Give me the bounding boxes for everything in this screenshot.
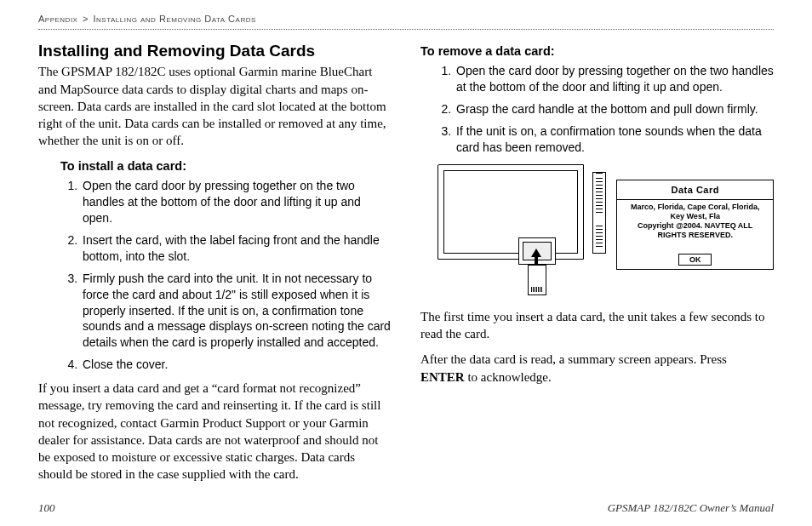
install-step: Open the card door by pressing together … bbox=[81, 178, 392, 226]
remove-step: If the unit is on, a confirmation tone s… bbox=[455, 123, 774, 156]
install-step: Insert the card, with the label facing f… bbox=[81, 232, 392, 265]
remove-steps: Open the card door by pressing together … bbox=[420, 63, 774, 155]
enter-key-label: ENTER bbox=[420, 370, 465, 384]
after-insert-paragraph: The first time you insert a data card, t… bbox=[420, 308, 774, 343]
confirmation-popup: Data Card Marco, Florida, Cape Coral, Fl… bbox=[616, 180, 774, 270]
breadcrumb: Appendix > Installing and Removing Data … bbox=[38, 13, 774, 30]
right-column: To remove a data card: Open the card doo… bbox=[420, 37, 774, 492]
after-read-text-b: to acknowledge. bbox=[465, 370, 552, 384]
illustration-group: Data Card Marco, Florida, Cape Coral, Fl… bbox=[437, 164, 774, 296]
remove-step: Grasp the card handle at the bottom and … bbox=[455, 101, 774, 117]
troubleshoot-paragraph: If you insert a data card and get a “car… bbox=[38, 380, 392, 483]
device-diagram bbox=[437, 164, 601, 296]
popup-line: Copyright @2004. NAVTEQ ALL bbox=[622, 221, 768, 231]
intro-paragraph: The GPSMAP 182/182C uses optional Garmin… bbox=[38, 63, 392, 149]
breadcrumb-section: Installing and Removing Data Cards bbox=[94, 14, 256, 24]
remove-heading: To remove a data card: bbox=[420, 43, 774, 60]
after-read-text-a: After the data card is read, a summary s… bbox=[420, 352, 727, 366]
popup-title: Data Card bbox=[617, 182, 773, 200]
ok-button[interactable]: OK bbox=[678, 254, 712, 266]
install-steps: Open the card door by pressing together … bbox=[38, 178, 392, 373]
after-read-paragraph: After the data card is read, a summary s… bbox=[420, 351, 774, 386]
remove-step: Open the card door by pressing together … bbox=[455, 63, 774, 95]
manual-title: GPSMAP 182/182C Owner’s Manual bbox=[608, 500, 774, 516]
breadcrumb-separator: > bbox=[81, 14, 90, 24]
popup-line: Key West, Fla bbox=[622, 212, 768, 221]
manual-page: Appendix > Installing and Removing Data … bbox=[0, 0, 812, 526]
install-heading: To install a data card: bbox=[60, 158, 392, 175]
two-column-layout: Installing and Removing Data Cards The G… bbox=[38, 37, 774, 492]
page-title: Installing and Removing Data Cards bbox=[38, 40, 392, 62]
left-column: Installing and Removing Data Cards The G… bbox=[38, 37, 392, 492]
insert-arrow-icon bbox=[531, 249, 541, 257]
page-number: 100 bbox=[38, 500, 55, 516]
popup-line: RIGHTS RESERVED. bbox=[622, 231, 768, 240]
page-footer: 100 GPSMAP 182/182C Owner’s Manual bbox=[38, 500, 774, 516]
install-step: Close the cover. bbox=[81, 357, 392, 373]
breadcrumb-appendix: Appendix bbox=[38, 14, 77, 24]
popup-line: Marco, Florida, Cape Coral, Florida, bbox=[622, 203, 768, 212]
install-step: Firmly push the card into the unit. It i… bbox=[81, 271, 392, 351]
data-card-icon bbox=[528, 265, 546, 295]
